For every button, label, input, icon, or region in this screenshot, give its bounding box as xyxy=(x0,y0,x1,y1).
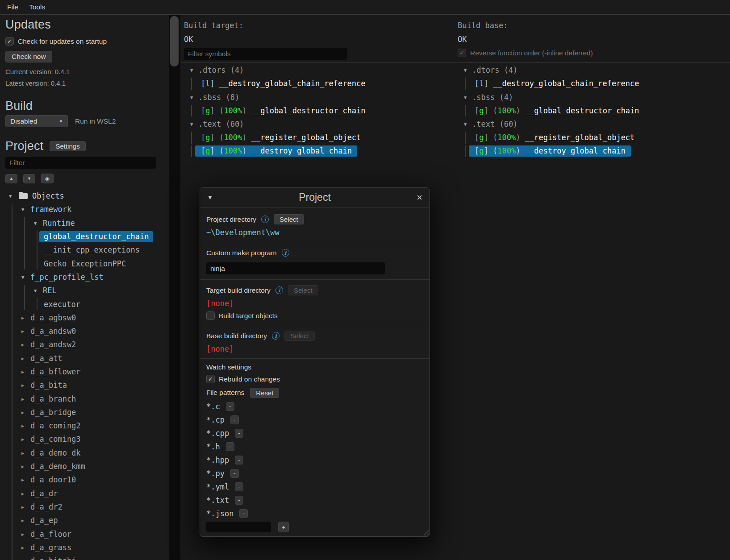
tree-item-d_a_bita[interactable]: ▶d_a_bita xyxy=(5,378,163,392)
rebuild-on-changes-checkbox[interactable]: ✓ Rebuild on changes xyxy=(206,375,423,383)
remove-pattern-button[interactable]: - xyxy=(239,509,248,518)
tree-item-Objects[interactable]: ▼Objects xyxy=(5,189,163,203)
tree-item-framework[interactable]: ▼framework xyxy=(5,203,163,216)
remove-pattern-button[interactable]: - xyxy=(226,402,234,411)
symbol-entry[interactable]: [g] (100%) __destroy_global_chain xyxy=(469,145,631,157)
build-mode-dropdown[interactable]: Disabled ▼ xyxy=(5,115,68,127)
tree-item-f_pc_profile_lst[interactable]: ▼f_pc_profile_lst xyxy=(5,270,163,284)
dialog-close-button[interactable]: × xyxy=(412,193,422,203)
tree-item-__init_cpp_exceptions[interactable]: __init_cpp_exceptions xyxy=(5,243,163,257)
tree-item-executor[interactable]: executor xyxy=(5,297,163,311)
run-in-wsl2-label[interactable]: Run in WSL2 xyxy=(75,117,116,125)
chevron-down-icon: ▼ xyxy=(21,207,30,212)
filter-symbols-input[interactable] xyxy=(184,48,347,60)
symbol-row[interactable]: [g] (100%) __register_global_object xyxy=(458,131,730,144)
pattern-text: *.hpp xyxy=(206,456,229,465)
tree-item-d_a_coming3[interactable]: ▶d_a_coming3 xyxy=(5,432,163,446)
info-icon[interactable]: i xyxy=(282,249,289,257)
dialog-title-bar[interactable]: ▼ Project × xyxy=(200,188,430,207)
menu-file[interactable]: File xyxy=(2,1,24,13)
flag-bracket: ] xyxy=(484,146,488,155)
expand-all-button[interactable]: ▼ xyxy=(23,174,35,183)
scrollbar-thumb[interactable] xyxy=(170,16,179,66)
base-build-directory-select-button[interactable]: Select xyxy=(284,331,315,341)
symbol-row[interactable]: [g] (100%) __global_destructor_chain xyxy=(458,104,730,117)
symbol-row[interactable]: [g] (100%) __destroy_global_chain xyxy=(458,145,730,158)
info-icon[interactable]: i xyxy=(275,286,283,294)
project-directory-select-button[interactable]: Select xyxy=(274,214,304,224)
tree-item-d_a_demo_dk[interactable]: ▶d_a_demo_dk xyxy=(5,446,163,460)
add-pattern-button[interactable]: + xyxy=(278,522,289,532)
remove-pattern-button[interactable]: - xyxy=(226,442,234,451)
tree-item-d_a_grass[interactable]: ▶d_a_grass xyxy=(5,541,163,554)
dialog-collapse-button[interactable]: ▼ xyxy=(207,194,218,201)
tree-item-Gecko_ExceptionPPC[interactable]: Gecko_ExceptionPPC xyxy=(5,257,163,270)
tree-item-d_a_door10[interactable]: ▶d_a_door10 xyxy=(5,473,163,486)
project-filter-input[interactable] xyxy=(5,157,156,169)
symbol-entry[interactable]: [l] __destroy_global_chain_reference xyxy=(469,78,644,89)
collapse-all-button[interactable]: ▲ xyxy=(5,174,17,183)
tree-item-d_a_demo_kmm[interactable]: ▶d_a_demo_kmm xyxy=(5,460,163,473)
tree-item-d_a_dr2[interactable]: ▶d_a_dr2 xyxy=(5,500,163,514)
symbol-entry[interactable]: [l] __destroy_global_chain_reference xyxy=(195,78,371,89)
tree-item-d_a_branch[interactable]: ▶d_a_branch xyxy=(5,392,163,405)
symbol-entry[interactable]: [g] (100%) __register_global_object xyxy=(469,132,640,143)
new-pattern-input[interactable] xyxy=(206,522,271,532)
tree-item-d_a_coming2[interactable]: ▶d_a_coming2 xyxy=(5,419,163,432)
tree-item-d_a_andsw0[interactable]: ▶d_a_andsw0 xyxy=(5,324,163,338)
tree-item-d_a_ep[interactable]: ▶d_a_ep xyxy=(5,514,163,527)
chevron-right-icon: ▶ xyxy=(21,531,30,537)
tree-item-d_a_att[interactable]: ▶d_a_att xyxy=(5,352,163,365)
section-row[interactable]: ▼.sbss (8) xyxy=(184,91,449,104)
symbol-row[interactable]: [l] __destroy_global_chain_reference xyxy=(184,77,449,90)
tree-item-d_a_agbsw0[interactable]: ▶d_a_agbsw0 xyxy=(5,311,163,324)
tree-item-label: d_a_bridge xyxy=(30,408,76,417)
menu-tools[interactable]: Tools xyxy=(24,1,50,13)
tree-item-d_a_andsw2[interactable]: ▶d_a_andsw2 xyxy=(5,338,163,351)
tree-item-d_a_bridge[interactable]: ▶d_a_bridge xyxy=(5,406,163,419)
check-updates-on-startup-checkbox[interactable]: ✓ Check for updates on startup xyxy=(5,37,163,46)
symbol-entry[interactable]: [g] (100%) __register_global_object xyxy=(195,132,366,143)
build-target-objects-label: Build target objects xyxy=(219,312,278,320)
tree-item-Runtime[interactable]: ▼Runtime xyxy=(5,216,163,230)
tree-item-d_a_dr[interactable]: ▶d_a_dr xyxy=(5,487,163,500)
section-row[interactable]: ▼.dtors (4) xyxy=(184,63,449,77)
sidebar-scrollbar[interactable] xyxy=(169,15,180,560)
locate-object-button[interactable]: ◈ xyxy=(41,174,54,183)
info-icon[interactable]: i xyxy=(261,216,269,223)
chevron-down-icon: ▼ xyxy=(190,121,198,127)
symbol-row[interactable]: [g] (100%) __global_destructor_chain xyxy=(184,104,449,117)
chevron-down-icon: ▼ xyxy=(464,67,472,73)
reverse-function-order-checkbox[interactable]: ✓ Reverse function order (-inline deferr… xyxy=(458,49,730,57)
symbol-entry[interactable]: [g] (100%) __destroy_global_chain xyxy=(195,145,357,157)
symbol-row[interactable]: [l] __destroy_global_chain_reference xyxy=(458,77,730,90)
tree-item-d_a_bflower[interactable]: ▶d_a_bflower xyxy=(5,365,163,378)
remove-pattern-button[interactable]: - xyxy=(235,496,243,505)
section-row[interactable]: ▼.text (60) xyxy=(458,117,730,131)
build-target-objects-checkbox[interactable]: ✓ Build target objects xyxy=(206,311,423,320)
pattern-text: *.c xyxy=(206,402,220,411)
section-row[interactable]: ▼.dtors (4) xyxy=(458,63,730,77)
symbol-row[interactable]: [g] (100%) __register_global_object xyxy=(184,131,449,144)
remove-pattern-button[interactable]: - xyxy=(235,429,243,438)
tree-item-REL[interactable]: ▼REL xyxy=(5,284,163,297)
tree-item-d_a_floor[interactable]: ▶d_a_floor xyxy=(5,527,163,540)
tree-item-global_destructor_chain[interactable]: global_destructor_chain xyxy=(5,230,163,243)
tree-item-d_a_hitobj[interactable]: ▶d_a_hitobj xyxy=(5,554,163,560)
section-row[interactable]: ▼.text (60) xyxy=(184,117,449,131)
remove-pattern-button[interactable]: - xyxy=(230,415,239,424)
info-icon[interactable]: i xyxy=(272,332,279,340)
section-row[interactable]: ▼.sbss (4) xyxy=(458,91,730,104)
symbol-row[interactable]: [g] (100%) __destroy_global_chain xyxy=(184,145,449,158)
remove-pattern-button[interactable]: - xyxy=(230,469,239,478)
check-now-button[interactable]: Check now xyxy=(5,51,52,62)
remove-pattern-button[interactable]: - xyxy=(235,482,243,491)
remove-pattern-button[interactable]: - xyxy=(235,456,243,465)
symbol-entry[interactable]: [g] (100%) __global_destructor_chain xyxy=(195,105,371,116)
symbol-name: __destroy_global_chain_reference xyxy=(219,79,366,88)
custom-make-program-input[interactable] xyxy=(206,262,385,274)
reset-patterns-button[interactable]: Reset xyxy=(250,388,279,398)
project-settings-button[interactable]: Settings xyxy=(50,141,85,151)
target-build-directory-select-button[interactable]: Select xyxy=(288,285,318,295)
symbol-entry[interactable]: [g] (100%) __global_destructor_chain xyxy=(469,105,645,116)
